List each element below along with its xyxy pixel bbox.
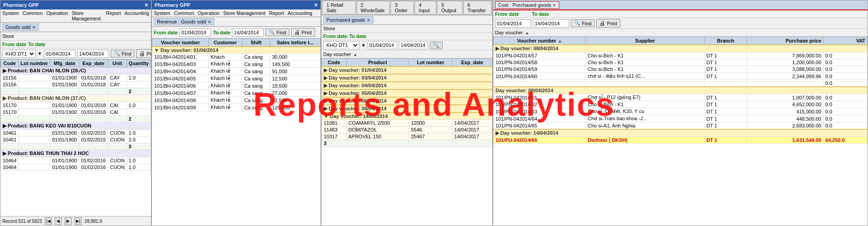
nav-prev[interactable]: ◀ xyxy=(55,217,62,225)
print-button[interactable]: 🖨 Print xyxy=(136,49,151,58)
tab-purchased-close[interactable]: ✕ xyxy=(367,18,370,23)
p2-print-button[interactable]: 🖨 Print xyxy=(291,28,315,37)
store-select[interactable]: KHO DT1 xyxy=(2,50,36,58)
table-row: 101/BH-042014/04 xyxy=(152,68,209,75)
p2-find-button[interactable]: 🔍 Find xyxy=(265,28,289,36)
p4-find-button[interactable]: 🔍 Find xyxy=(571,19,594,27)
tab-purchased-goods[interactable]: Purchased goods ✕ xyxy=(323,16,373,24)
menu-system[interactable]: System xyxy=(2,10,19,21)
day-voucher-p2-1: ▼ Day voucher: 01/04/2014 xyxy=(152,47,321,54)
from-date-input[interactable] xyxy=(44,50,75,58)
dv-06: ▶ Day voucher: 06/04/2014 xyxy=(322,97,492,105)
p3-store-select[interactable]: KHO DT1 xyxy=(323,41,359,49)
menu2-common[interactable]: Common xyxy=(174,10,194,16)
p4-dv-14: ▶ Day voucher: 14/04/2014 xyxy=(494,129,868,137)
panel2-table-container: Voucher number Customer Shift Sales befo… xyxy=(152,38,321,226)
table-row: 10317 xyxy=(322,133,347,140)
menu2-storemgmt[interactable]: Store Management xyxy=(223,10,266,16)
table-row: 10464 xyxy=(1,164,19,171)
p3-col-lot: Lot number xyxy=(409,59,453,67)
table-row: 101/BH-042014/05 xyxy=(152,75,209,82)
tab-goods-sold[interactable]: Goods sold ✕ xyxy=(2,24,39,31)
p4-col-voucher: Voucher number ▲ xyxy=(494,37,586,45)
p4-print-button[interactable]: 🖨 Print xyxy=(596,19,620,28)
table-row xyxy=(494,80,586,87)
find-button[interactable]: 🔍 Find xyxy=(111,50,134,57)
tab-revenue-close[interactable]: ✕ xyxy=(208,19,211,24)
panel-goods-sold: Pharmacy GPP ✕ System Common Operation S… xyxy=(0,0,151,226)
p2-col-voucher: Voucher number xyxy=(152,39,209,47)
tab-input[interactable]: 4 Input xyxy=(415,1,436,14)
panel2-menubar: System Common Operation Store Management… xyxy=(152,9,321,17)
day-voucher-label: Day voucher xyxy=(323,52,351,57)
tab-wholesale[interactable]: 2 WholeSale xyxy=(357,1,390,14)
menu2-system[interactable]: System xyxy=(154,10,170,16)
group-banchai28: ▶ Product: BAN CHAI NLON (28./C) xyxy=(1,67,151,75)
panel3-store-values: KHO DT1 ▼ 🔍 xyxy=(321,40,492,51)
p4-col-vat: VAT xyxy=(823,37,867,45)
col-expdate: Exp_date xyxy=(79,60,108,67)
table-row: 15156 xyxy=(1,81,19,88)
nav-next[interactable]: ▶ xyxy=(65,217,72,225)
p3-to-input[interactable] xyxy=(399,41,428,49)
panel-revenue: Pharmacy GPP ✕ System Common Operation S… xyxy=(151,0,321,226)
p4-to-label: To date xyxy=(532,11,549,17)
dv-05: ▶ Day voucher: 05/04/2014 xyxy=(322,89,492,97)
nav-first[interactable]: |◀ xyxy=(45,217,52,225)
table-row: 101/BH-042014/06 xyxy=(152,82,209,89)
tab-goods-sold-close[interactable]: ✕ xyxy=(32,25,36,30)
panel2-tabbar: Revenue : Goods sold ✕ xyxy=(152,17,321,27)
menu2-accounting[interactable]: Accounting xyxy=(288,10,312,16)
p3-find-button[interactable]: 🔍 xyxy=(430,42,443,49)
tab-retail-sale[interactable]: 1 Retail Sale xyxy=(322,1,356,14)
to-date-input[interactable] xyxy=(77,50,109,58)
sort-icon[interactable]: ▲ xyxy=(353,52,358,57)
tab-cost-close[interactable]: ✕ xyxy=(552,3,556,8)
p4-dv-08: ▶ Day voucher: 08/04/2014 xyxy=(494,45,868,52)
menu-common[interactable]: Common xyxy=(23,10,43,21)
menu2-operation[interactable]: Operation xyxy=(198,10,219,16)
panel-cost-purchased: Cost : Purchased goods ✕ From date To da… xyxy=(493,0,868,226)
panel1-store-row: From date To date xyxy=(0,41,151,48)
p2-to-input[interactable] xyxy=(232,28,264,37)
tab-transfer[interactable]: 6 Transfer xyxy=(463,1,491,14)
panel-purchased-goods: 1 Retail Sale 2 WholeSale 3 Order 4 Inpu… xyxy=(321,0,493,226)
col-qty: Quantity xyxy=(127,60,151,67)
panel2-titlebar: Pharmacy GPP ✕ xyxy=(152,0,321,9)
group-bangthun: ▶ Product: BANG THUN THAI 2 HOC xyxy=(1,150,151,157)
menu-report[interactable]: Report xyxy=(106,10,121,21)
tab-output[interactable]: 5 Output xyxy=(437,1,462,14)
p3-from-input[interactable] xyxy=(368,41,397,49)
p3-col-exp: Exp_date xyxy=(452,59,492,67)
panel2-close-icon[interactable]: ✕ xyxy=(314,2,318,8)
p4-col-supplier: Supplier xyxy=(586,37,705,45)
p4-to-input[interactable] xyxy=(533,19,569,28)
group-banchai37: ▶ Product: BAN CHAI NLON (37./C) xyxy=(1,95,151,102)
table-row: 10464 xyxy=(1,157,19,164)
menu-accounting[interactable]: Accounting xyxy=(125,10,149,21)
p4-from-label: From date xyxy=(495,11,519,17)
panel1-filter: Store xyxy=(0,32,151,41)
tab-revenue-goods-sold[interactable]: Revenue : Goods sold ✕ xyxy=(154,18,214,25)
p2-from-input[interactable] xyxy=(179,28,211,37)
table-row: 101/PN-042014/62 xyxy=(494,101,586,108)
table-row: 101/BH-042014/09 xyxy=(152,104,209,111)
menu2-report[interactable]: Report xyxy=(269,10,284,16)
panel1-menubar: System Common Operation Store Management… xyxy=(0,9,151,23)
p4-from-input[interactable] xyxy=(495,19,531,28)
dv-14: ▼ Day voucher: 14/04/2014 xyxy=(322,113,492,120)
table-row: 15170 xyxy=(1,109,19,116)
dv-01: ▶ Day voucher: 01/04/2014 xyxy=(322,66,492,74)
p4-sort-icon[interactable]: ▲ xyxy=(525,30,529,35)
nav-last[interactable]: ▶| xyxy=(75,217,82,225)
tab-order[interactable]: 3 Order xyxy=(391,1,414,14)
panel2-title: Pharmacy GPP xyxy=(155,2,190,8)
panel1-close-icon[interactable]: ✕ xyxy=(144,2,148,8)
tab-cost-purchased-goods[interactable]: Cost : Purchased goods ✕ xyxy=(495,1,559,9)
table-row: 10461 xyxy=(1,137,19,143)
col-unit: Unit xyxy=(108,60,127,67)
p4-dv-08b: Day voucher: 08/04/2014 xyxy=(494,87,868,94)
p3-binoculars-icon: 🔍 xyxy=(433,42,439,48)
menu-store-mgmt[interactable]: Store Management xyxy=(72,10,103,21)
menu-operation[interactable]: Operation xyxy=(46,10,68,21)
